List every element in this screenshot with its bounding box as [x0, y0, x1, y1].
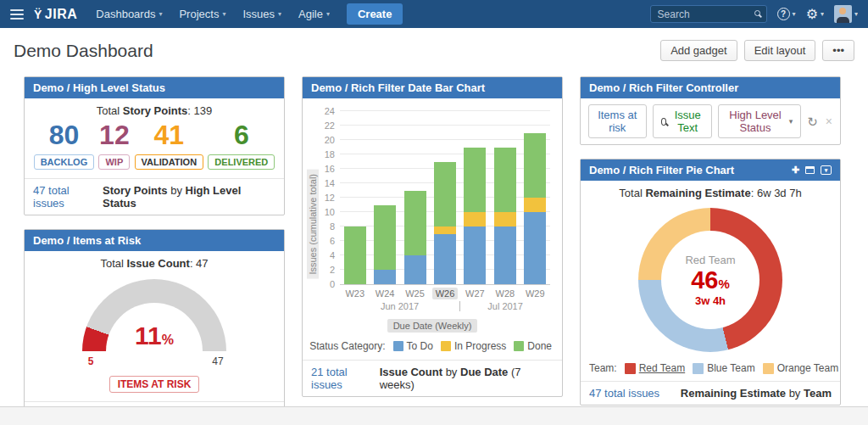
bar-plot-area: 024681012141618202224: [340, 112, 550, 285]
gadget-footer: 47 total issues Story Points by High Lev…: [25, 178, 284, 215]
gadget-summary: Issue Count by Due Date (7 weeks): [380, 366, 554, 391]
bar-w27[interactable]: [464, 148, 486, 285]
bar-segment[interactable]: [464, 148, 486, 213]
total-issues-link[interactable]: 47 total issues: [33, 184, 103, 210]
legend-item-orange-team[interactable]: Orange Team: [763, 362, 839, 374]
total-issues-link[interactable]: 47 total issues: [589, 387, 659, 400]
edit-layout-button[interactable]: Edit layout: [744, 40, 816, 61]
gridline: [340, 125, 550, 126]
bar-chart-legend: Status Category:To DoIn ProgressDone: [303, 340, 552, 352]
gadget-summary: Remaining Estimate by Team: [681, 387, 832, 400]
status-stats: 80 BACKLOG12 WIP41 VALIDATION6 DELIVERED: [25, 120, 284, 178]
filter-button-items-at-risk[interactable]: Items at risk: [588, 104, 647, 138]
total-issues-link[interactable]: 21 total issues: [311, 366, 380, 391]
gadget-summary: Story Points by High Level Status: [103, 184, 275, 210]
jira-logo[interactable]: Ÿ JIRA: [34, 7, 77, 22]
gadget-header[interactable]: Demo / Items at Risk: [25, 230, 284, 251]
gridline: [340, 110, 550, 111]
jira-logo-icon: Ÿ: [34, 8, 42, 21]
stat-value: 6: [234, 121, 249, 150]
chevron-down-icon: ▾: [854, 10, 858, 18]
search-input[interactable]: [650, 5, 767, 23]
bar-segment[interactable]: [344, 226, 366, 284]
legend-item-blue-team[interactable]: Blue Team: [693, 362, 754, 374]
filter-button-high-level-status[interactable]: High Level Status▾: [718, 104, 801, 138]
help-icon: ?: [777, 8, 790, 20]
filter-button-issue-text[interactable]: Issue Text: [653, 104, 713, 138]
bar-segment[interactable]: [464, 212, 486, 226]
stat-badge[interactable]: WIP: [98, 154, 130, 170]
bar-segment[interactable]: [524, 133, 546, 199]
search-icon: [661, 118, 667, 126]
items-at-risk-badge[interactable]: ITEMS AT RISK: [109, 376, 200, 393]
refresh-icon[interactable]: ↻: [807, 115, 818, 128]
bar-segment[interactable]: [404, 191, 426, 256]
gadget-header[interactable]: Demo / Rich Filter Date Bar Chart: [303, 77, 562, 98]
profile-menu[interactable]: ▾: [834, 5, 858, 23]
bar-segment[interactable]: [434, 234, 456, 285]
app-switcher-icon[interactable]: [10, 9, 24, 20]
stat-badge[interactable]: DELIVERED: [208, 154, 275, 170]
bar-w28[interactable]: [494, 148, 516, 285]
help-menu[interactable]: ? ▾: [777, 8, 796, 20]
drag-gadget-icon[interactable]: ✚: [792, 165, 799, 176]
create-button[interactable]: Create: [347, 3, 403, 25]
gear-icon: ⚙: [806, 8, 818, 21]
bar-segment[interactable]: [374, 270, 396, 284]
x-tick-label: W24: [370, 288, 399, 299]
bar-w29[interactable]: [524, 133, 546, 285]
legend-item: In Progress: [441, 340, 506, 352]
search-icon[interactable]: [754, 10, 760, 16]
gadget-header[interactable]: Demo / Rich Filter Pie Chart ✚ ▾: [581, 159, 840, 181]
more-actions-button[interactable]: •••: [822, 40, 854, 61]
gadget-high-level-status: Demo / High Level Status Total Story Poi…: [24, 76, 285, 215]
x-axis-label: Due Date (Weekly): [303, 317, 562, 333]
legend-item-red-team[interactable]: Red Team: [625, 362, 685, 374]
x-tick-label: W29: [520, 288, 550, 299]
selected-slice-estimate: 3w 4h: [695, 294, 726, 307]
gauge-max-label: 47: [207, 355, 229, 367]
maximize-icon[interactable]: [805, 166, 815, 174]
nav-menu-dashboards[interactable]: Dashboards▾: [87, 0, 170, 28]
bar-w25[interactable]: [404, 191, 426, 285]
bar-segment[interactable]: [464, 226, 486, 284]
pie-chart-legend: Team:Red TeamBlue TeamOrange Team: [589, 362, 840, 374]
bar-w23[interactable]: [344, 226, 366, 284]
y-tick-label: 2: [313, 265, 335, 275]
bar-segment[interactable]: [434, 162, 456, 227]
bar-segment[interactable]: [494, 148, 516, 213]
x-tick-label: W23: [340, 288, 370, 299]
x-axis-month-groups: Jun 2017Jul 2017: [340, 301, 550, 311]
stat-badge[interactable]: BACKLOG: [34, 154, 95, 170]
y-tick-label: 16: [313, 164, 335, 174]
bar-segment[interactable]: [524, 212, 546, 284]
gridline: [340, 154, 550, 154]
nav-menu-agile[interactable]: Agile▾: [290, 0, 338, 28]
nav-menu-issues[interactable]: Issues▾: [234, 0, 290, 28]
close-icon[interactable]: ×: [826, 115, 832, 127]
legend-swatch: [625, 363, 636, 374]
bar-segment[interactable]: [494, 212, 516, 226]
gadget-header[interactable]: Demo / Rich Filter Controller: [581, 77, 840, 98]
bar-segment[interactable]: [434, 226, 456, 234]
x-tick-label: W26: [430, 288, 459, 299]
gadget-menu-icon[interactable]: ▾: [821, 165, 832, 175]
chevron-down-icon: ▾: [326, 10, 330, 18]
bar-w26[interactable]: [434, 162, 456, 285]
bar-segment[interactable]: [404, 255, 426, 284]
nav-menu-projects[interactable]: Projects▾: [170, 0, 234, 28]
month-group-label: Jul 2017: [459, 301, 550, 311]
bar-w24[interactable]: [374, 205, 396, 285]
stat-badge[interactable]: VALIDATION: [135, 154, 204, 170]
gridline: [340, 139, 550, 140]
gadget-date-bar-chart: Demo / Rich Filter Date Bar Chart Issues…: [302, 76, 563, 397]
add-gadget-button[interactable]: Add gadget: [660, 40, 737, 61]
bar-segment[interactable]: [524, 198, 546, 212]
gadget-header[interactable]: Demo / High Level Status: [25, 77, 284, 98]
settings-menu[interactable]: ⚙ ▾: [806, 8, 824, 21]
x-tick-label: W27: [460, 288, 490, 299]
legend-swatch: [693, 363, 704, 374]
bar-segment[interactable]: [374, 205, 396, 271]
bar-segment[interactable]: [494, 226, 516, 284]
gauge-percent: 11%: [71, 322, 237, 350]
